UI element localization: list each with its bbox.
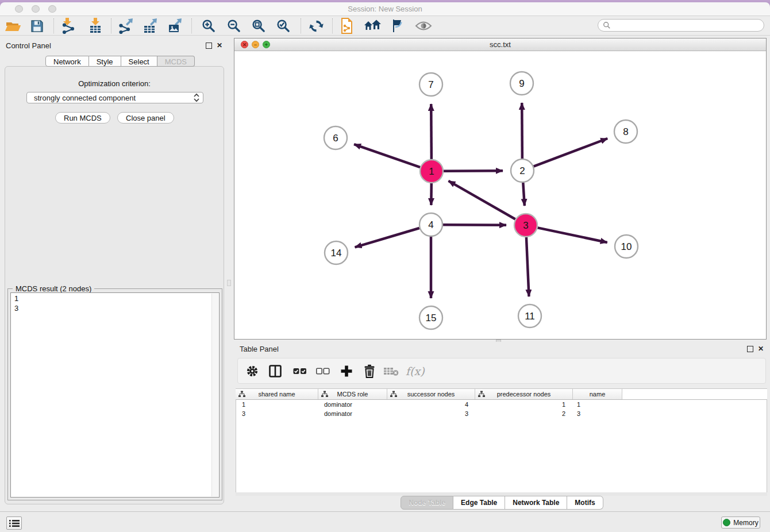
tab-edge-table[interactable]: Edge Table bbox=[453, 496, 505, 510]
search-box[interactable] bbox=[598, 19, 764, 32]
table-cell: 1 bbox=[474, 401, 571, 408]
result-scrollbar[interactable] bbox=[211, 294, 218, 496]
graph-edge-1-6[interactable] bbox=[354, 144, 420, 167]
graph-edge-3-1[interactable] bbox=[448, 181, 515, 219]
apply-layout-button[interactable] bbox=[307, 17, 325, 34]
table-row[interactable]: 3dominator323 bbox=[236, 409, 767, 418]
import-table-button[interactable] bbox=[86, 17, 105, 34]
tab-network-table[interactable]: Network Table bbox=[505, 496, 567, 510]
memory-label: Memory bbox=[733, 519, 758, 527]
mcds-result-textarea[interactable]: 13 bbox=[10, 292, 220, 498]
delete-column-button[interactable] bbox=[363, 364, 376, 378]
graph-edge-2-8[interactable] bbox=[534, 138, 608, 167]
close-panel-button[interactable]: Close panel bbox=[117, 112, 174, 124]
network-canvas[interactable]: 1234678910111415 bbox=[234, 51, 766, 340]
zoom-selected-button[interactable] bbox=[274, 17, 292, 34]
graph-edge-2-9[interactable] bbox=[522, 103, 522, 159]
open-folder-icon bbox=[5, 19, 21, 33]
graph-edge-4-3[interactable] bbox=[443, 225, 506, 225]
toolbar-separator bbox=[111, 18, 111, 33]
tab-motifs[interactable]: Motifs bbox=[567, 496, 603, 510]
zoom-out-button[interactable] bbox=[225, 17, 243, 34]
select-all-rows-button[interactable] bbox=[293, 367, 307, 375]
graph-edge-2-3[interactable] bbox=[523, 183, 525, 206]
column-header-mcds-role[interactable]: MCDS role bbox=[318, 389, 387, 399]
column-header-name[interactable]: name bbox=[573, 389, 622, 399]
graph-node-label: 2 bbox=[519, 165, 525, 176]
graph-edge-4-14[interactable] bbox=[355, 228, 419, 247]
houses-icon bbox=[364, 19, 381, 33]
show-hide-button[interactable] bbox=[414, 17, 433, 34]
zoom-selected-icon bbox=[276, 18, 291, 34]
table-row[interactable]: 1dominator411 bbox=[236, 400, 767, 409]
import-network-icon bbox=[60, 18, 76, 34]
import-network-button[interactable] bbox=[59, 17, 78, 34]
graph-edge-1-2[interactable] bbox=[444, 171, 503, 171]
column-header-label: MCDS role bbox=[337, 391, 368, 398]
mcds-panel: Optimization criterion: strongly connect… bbox=[5, 66, 224, 504]
open-session-button[interactable] bbox=[4, 17, 22, 34]
graph-node-label: 3 bbox=[523, 220, 528, 231]
column-header-successor-nodes[interactable]: successor nodes bbox=[387, 389, 475, 399]
save-session-button[interactable] bbox=[28, 17, 46, 34]
tab-network[interactable]: Network bbox=[45, 56, 89, 67]
deselect-all-rows-button[interactable] bbox=[316, 367, 330, 375]
tab-style[interactable]: Style bbox=[89, 56, 121, 67]
tab-select[interactable]: Select bbox=[121, 56, 157, 67]
table-header-filler bbox=[622, 389, 767, 399]
table-cell: 2 bbox=[474, 410, 571, 417]
control-panel-float-button[interactable] bbox=[205, 41, 213, 49]
zoom-in-button[interactable] bbox=[199, 17, 218, 34]
task-history-button[interactable] bbox=[6, 516, 22, 530]
optimization-criterion-label: Optimization criterion: bbox=[5, 79, 224, 88]
table-cell: 3 bbox=[387, 410, 474, 417]
show-column-button[interactable] bbox=[269, 365, 282, 377]
optimization-criterion-dropdown[interactable]: strongly connected component bbox=[26, 92, 203, 103]
shared-column-icon bbox=[478, 391, 485, 398]
delete-table-button[interactable] bbox=[384, 366, 399, 376]
column-header-predecessor-nodes[interactable]: predecessor nodes bbox=[475, 389, 573, 399]
export-image-button[interactable] bbox=[166, 17, 184, 34]
mcds-result-line: 3 bbox=[14, 303, 208, 313]
toolbar-separator bbox=[301, 18, 301, 33]
graph-node-label: 4 bbox=[428, 219, 433, 230]
search-input[interactable] bbox=[614, 21, 759, 30]
graph-node-label: 14 bbox=[331, 248, 342, 259]
node-table: shared nameMCDS rolesuccessor nodesprede… bbox=[236, 388, 767, 494]
graph-edge-3-10[interactable] bbox=[538, 228, 607, 242]
table-panel-close-button[interactable]: ✕ bbox=[757, 345, 765, 353]
tab-mcds[interactable]: MCDS bbox=[157, 56, 195, 67]
control-panel-close-button[interactable]: ✕ bbox=[215, 41, 224, 49]
gear-icon bbox=[246, 365, 259, 377]
function-builder-button[interactable]: f(x) bbox=[406, 365, 425, 377]
table-settings-button[interactable] bbox=[246, 365, 259, 377]
tab-node-table[interactable]: Node Table bbox=[401, 496, 453, 510]
mcds-result-line: 1 bbox=[14, 294, 208, 303]
column-header-label: shared name bbox=[258, 391, 295, 398]
graph-node-label: 1 bbox=[429, 166, 434, 177]
column-header-shared-name[interactable]: shared name bbox=[236, 389, 318, 399]
window-title: Session: New Session bbox=[0, 2, 770, 16]
graph-node-label: 7 bbox=[428, 79, 433, 90]
table-header-row: shared nameMCDS rolesuccessor nodesprede… bbox=[236, 388, 767, 400]
zoom-fit-button[interactable] bbox=[249, 17, 268, 34]
graph-edge-1-7[interactable] bbox=[431, 104, 432, 159]
network-view-window: ✕ − + scc.txt 1234678910111415 bbox=[234, 38, 767, 340]
run-mcds-button[interactable]: Run MCDS bbox=[55, 112, 110, 124]
table-toolbar: f(x) bbox=[237, 358, 766, 384]
home-views-button[interactable] bbox=[363, 17, 382, 34]
graph-edge-3-11[interactable] bbox=[526, 237, 529, 296]
apply-style-button[interactable] bbox=[388, 17, 407, 34]
export-network-button[interactable] bbox=[117, 17, 135, 34]
create-column-button[interactable] bbox=[340, 365, 353, 377]
network-from-file-button[interactable] bbox=[338, 17, 356, 34]
application-window: Session: New Session bbox=[0, 0, 770, 532]
table-panel-float-button[interactable] bbox=[746, 345, 754, 353]
export-table-button[interactable] bbox=[141, 17, 160, 34]
table-cell: 3 bbox=[236, 410, 318, 417]
table-panel-tabs: Node TableEdge TableNetwork TableMotifs bbox=[234, 496, 770, 510]
export-network-icon bbox=[118, 18, 134, 34]
panel-splitter-handle[interactable] bbox=[227, 280, 231, 286]
memory-button[interactable]: Memory bbox=[721, 516, 760, 529]
network-window-title: scc.txt bbox=[234, 38, 766, 51]
